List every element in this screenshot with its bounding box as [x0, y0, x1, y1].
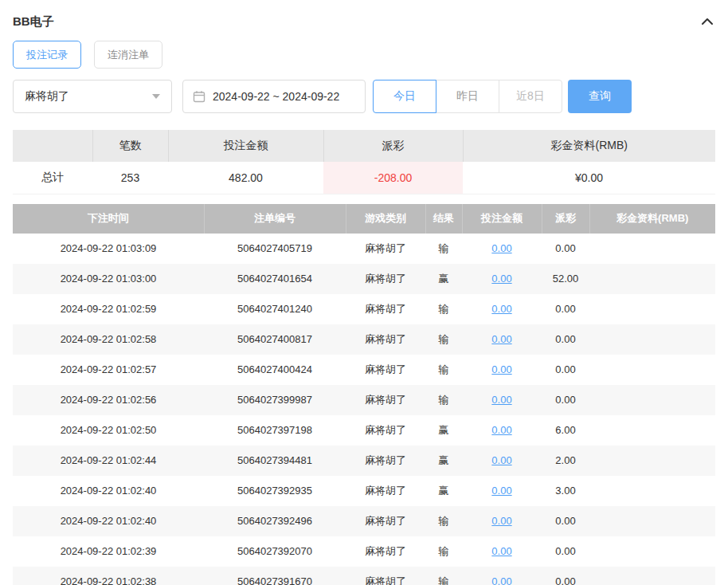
game-type-cell: 麻将胡了 — [346, 294, 425, 324]
order-id-cell: 5064027405719 — [204, 234, 346, 264]
game-type-cell: 麻将胡了 — [346, 476, 425, 506]
game-type-cell: 麻将胡了 — [346, 264, 425, 294]
order-id-cell: 5064027391670 — [204, 567, 346, 585]
yesterday-button[interactable]: 昨日 — [436, 80, 499, 113]
summary-header-bonus: 彩金资料(RMB) — [463, 130, 715, 162]
payout-cell: 0.00 — [542, 355, 589, 385]
summary-table: 笔数 投注金额 派彩 彩金资料(RMB) 总计 253 482.00 -208.… — [13, 130, 715, 194]
bet-time-cell: 2024-09-22 01:02:39 — [13, 536, 204, 567]
result-cell: 输 — [425, 294, 462, 324]
bonus-cell — [589, 324, 715, 355]
payout-cell: 0.00 — [542, 506, 589, 536]
bet-amount-link[interactable]: 0.00 — [491, 273, 511, 285]
bet-time-cell: 2024-09-22 01:02:56 — [13, 385, 204, 415]
table-row: 2024-09-22 01:02:565064027399987麻将胡了输0.0… — [13, 385, 715, 415]
header-bet-amount: 投注金额 — [462, 204, 542, 234]
date-range-picker[interactable]: 2024-09-22 ~ 2024-09-22 — [182, 80, 366, 113]
calendar-icon — [193, 90, 205, 103]
order-id-cell: 5064027392496 — [204, 506, 346, 536]
bet-amount-cell: 0.00 — [462, 294, 542, 324]
header-bonus: 彩金资料(RMB) — [589, 204, 715, 234]
order-id-cell: 5064027400817 — [204, 324, 346, 355]
bonus-cell — [589, 567, 715, 585]
order-id-cell: 5064027394481 — [204, 446, 346, 476]
date-range-value: 2024-09-22 ~ 2024-09-22 — [213, 90, 339, 103]
total-payout: -208.00 — [323, 162, 463, 194]
bet-amount-link[interactable]: 0.00 — [491, 575, 511, 585]
bonus-cell — [589, 385, 715, 415]
payout-cell: 2.00 — [542, 446, 589, 476]
table-row: 2024-09-22 01:03:095064027405719麻将胡了输0.0… — [13, 234, 715, 264]
collapse-panel-button[interactable] — [699, 14, 715, 29]
quick-date-group: 今日 昨日 近8日 — [373, 80, 562, 113]
bet-time-cell: 2024-09-22 01:02:40 — [13, 476, 204, 506]
bet-amount-link[interactable]: 0.00 — [491, 242, 511, 254]
result-cell: 输 — [425, 355, 462, 385]
table-row: 2024-09-22 01:02:405064027392935麻将胡了赢0.0… — [13, 476, 715, 506]
last-8-days-button[interactable]: 近8日 — [499, 80, 562, 113]
bet-table-body: 2024-09-22 01:03:095064027405719麻将胡了输0.0… — [13, 234, 715, 585]
result-cell: 赢 — [425, 446, 462, 476]
page-title: BB电子 — [13, 14, 54, 29]
chevron-up-icon — [701, 15, 714, 28]
bet-amount-link[interactable]: 0.00 — [491, 424, 511, 436]
bet-amount-link[interactable]: 0.00 — [491, 333, 511, 345]
bet-amount-link[interactable]: 0.00 — [491, 515, 511, 527]
bet-records-table: 下注时间 注单编号 游戏类别 结果 投注金额 派彩 彩金资料(RMB) 2024… — [13, 204, 715, 585]
filter-bar: 麻将胡了 2024-09-22 ~ 2024-09-22 今日 昨日 近8日 查… — [13, 80, 715, 113]
order-id-cell: 5064027392070 — [204, 536, 346, 567]
bet-amount-cell: 0.00 — [462, 506, 542, 536]
bonus-cell — [589, 536, 715, 567]
result-cell: 输 — [425, 536, 462, 567]
summary-header-blank — [13, 130, 92, 162]
bet-amount-link[interactable]: 0.00 — [491, 394, 511, 406]
bet-amount-cell: 0.00 — [462, 324, 542, 355]
tab-cancelled-orders[interactable]: 连消注单 — [94, 41, 162, 69]
payout-cell: 0.00 — [542, 294, 589, 324]
game-type-select[interactable]: 麻将胡了 — [13, 80, 172, 113]
bet-time-cell: 2024-09-22 01:02:44 — [13, 446, 204, 476]
game-type-cell: 麻将胡了 — [346, 415, 425, 446]
result-cell: 输 — [425, 234, 462, 264]
game-type-cell: 麻将胡了 — [346, 234, 425, 264]
today-button[interactable]: 今日 — [373, 80, 436, 113]
result-cell: 输 — [425, 385, 462, 415]
header-bet-time: 下注时间 — [13, 204, 204, 234]
bet-amount-cell: 0.00 — [462, 264, 542, 294]
payout-cell: 0.00 — [542, 385, 589, 415]
summary-header-count: 笔数 — [92, 130, 168, 162]
bet-amount-link[interactable]: 0.00 — [491, 485, 511, 497]
bet-time-cell: 2024-09-22 01:02:38 — [13, 567, 204, 585]
payout-cell: 0.00 — [542, 567, 589, 585]
panel-header: BB电子 — [13, 0, 715, 39]
bet-amount-link[interactable]: 0.00 — [491, 545, 511, 557]
total-bet-amount: 482.00 — [168, 162, 323, 194]
header-result: 结果 — [425, 204, 462, 234]
game-type-cell: 麻将胡了 — [346, 446, 425, 476]
table-row: 2024-09-22 01:02:405064027392496麻将胡了输0.0… — [13, 506, 715, 536]
summary-total-row: 总计 253 482.00 -208.00 ¥0.00 — [13, 162, 715, 194]
game-type-cell: 麻将胡了 — [346, 324, 425, 355]
table-row: 2024-09-22 01:02:505064027397198麻将胡了赢0.0… — [13, 415, 715, 446]
search-button[interactable]: 查询 — [568, 80, 632, 113]
order-id-cell: 5064027397198 — [204, 415, 346, 446]
bet-amount-link[interactable]: 0.00 — [491, 363, 511, 375]
header-payout: 派彩 — [542, 204, 589, 234]
bonus-cell — [589, 446, 715, 476]
header-game-type: 游戏类别 — [346, 204, 425, 234]
bet-amount-link[interactable]: 0.00 — [491, 303, 511, 315]
bet-amount-link[interactable]: 0.00 — [491, 454, 511, 466]
order-id-cell: 5064027401654 — [204, 264, 346, 294]
bonus-cell — [589, 476, 715, 506]
table-row: 2024-09-22 01:02:385064027391670麻将胡了输0.0… — [13, 567, 715, 585]
bet-amount-cell: 0.00 — [462, 476, 542, 506]
bonus-cell — [589, 264, 715, 294]
bet-table-header-row: 下注时间 注单编号 游戏类别 结果 投注金额 派彩 彩金资料(RMB) — [13, 204, 715, 234]
bonus-cell — [589, 415, 715, 446]
order-id-cell: 5064027400424 — [204, 355, 346, 385]
game-type-cell: 麻将胡了 — [346, 536, 425, 567]
game-type-cell: 麻将胡了 — [346, 506, 425, 536]
tab-bet-records[interactable]: 投注记录 — [13, 41, 81, 69]
total-count: 253 — [92, 162, 168, 194]
table-row: 2024-09-22 01:02:585064027400817麻将胡了输0.0… — [13, 324, 715, 355]
